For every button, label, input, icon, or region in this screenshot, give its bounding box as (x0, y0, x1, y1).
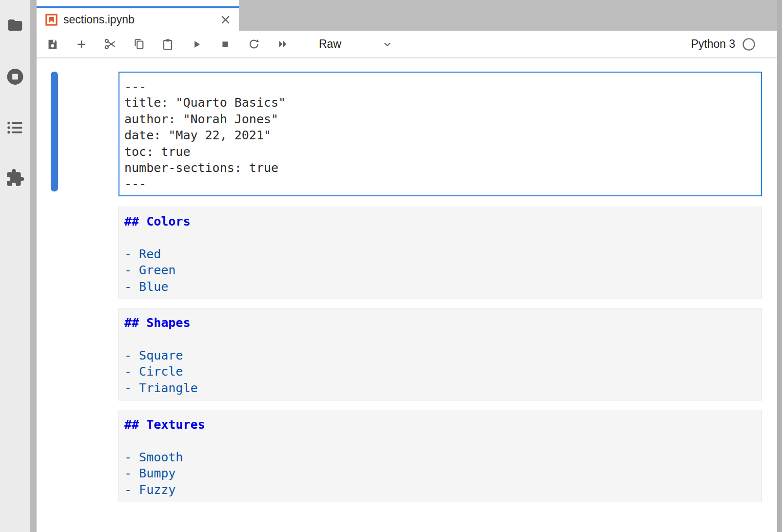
paste-cells-icon[interactable] (161, 38, 174, 51)
chevron-down-icon (381, 38, 393, 50)
code-line: number-sections: true (124, 160, 756, 176)
markdown-cell-colors[interactable]: ## Colors - Red - Green - Blue (118, 207, 762, 299)
active-tab-indicator (37, 6, 239, 8)
code-line: author: "Norah Jones" (124, 111, 756, 127)
tab-sections-ipynb[interactable]: sections.ipynb (37, 0, 239, 31)
code-line: --- (124, 176, 756, 192)
cut-cells-icon[interactable] (104, 38, 117, 51)
window-right-edge (777, 0, 782, 532)
kernel-indicator: Python 3 (691, 38, 756, 51)
markdown-heading: ## Shapes (124, 315, 756, 331)
markdown-list-item: - Fuzzy (124, 482, 756, 498)
sidebar-divider (30, 0, 37, 532)
insert-cell-icon[interactable] (75, 38, 88, 51)
restart-kernel-icon[interactable] (248, 38, 260, 51)
blank-line (124, 331, 756, 347)
save-button[interactable] (46, 38, 59, 51)
code-line: --- (124, 78, 756, 95)
blank-line (124, 229, 756, 246)
kernel-name[interactable]: Python 3 (691, 38, 735, 51)
notebook-content: --- title: "Quarto Basics" author: "Nora… (37, 58, 782, 532)
markdown-list-item: - Triangle (124, 380, 756, 396)
markdown-list-item: - Circle (124, 363, 756, 380)
activity-sidebar (0, 0, 30, 532)
extension-manager-icon[interactable] (5, 168, 25, 188)
main-area: sections.ipynb (37, 0, 782, 532)
code-line: toc: true (124, 144, 756, 160)
running-kernels-icon[interactable] (5, 67, 25, 87)
markdown-heading: ## Textures (124, 417, 756, 433)
jupyterlab-window: sections.ipynb (0, 0, 782, 532)
markdown-cell-shapes[interactable]: ## Shapes - Square - Circle - Triangle (118, 308, 762, 400)
table-of-contents-icon[interactable] (6, 118, 24, 137)
markdown-list-item: - Smooth (124, 449, 756, 465)
markdown-list-item: - Red (124, 246, 756, 262)
close-tab-icon[interactable] (219, 13, 232, 26)
markdown-heading: ## Colors (124, 213, 756, 229)
run-cell-icon[interactable] (190, 38, 203, 51)
active-cell-collapser[interactable] (51, 72, 58, 191)
cell-type-value: Raw (319, 38, 341, 51)
dock-tab-bar: sections.ipynb (37, 0, 782, 31)
copy-cells-icon[interactable] (133, 38, 145, 51)
code-line: date: "May 22, 2021" (124, 127, 756, 143)
tab-title: sections.ipynb (63, 13, 219, 26)
file-browser-icon[interactable] (6, 16, 24, 34)
markdown-list-item: - Square (124, 347, 756, 363)
interrupt-kernel-icon[interactable] (219, 38, 232, 51)
markdown-cell-textures[interactable]: ## Textures - Smooth - Bumpy - Fuzzy (118, 410, 762, 502)
markdown-list-item: - Bumpy (124, 465, 756, 481)
raw-cell-editor[interactable]: --- title: "Quarto Basics" author: "Nora… (118, 72, 762, 196)
markdown-list-item: - Blue (124, 279, 756, 295)
kernel-status-icon (742, 38, 756, 51)
blank-line (124, 433, 756, 449)
cell-type-dropdown[interactable]: Raw (319, 38, 393, 51)
restart-run-all-icon[interactable] (276, 38, 289, 51)
notebook-toolbar: Raw Python 3 (37, 31, 782, 58)
markdown-list-item: - Green (124, 262, 756, 278)
code-line: title: "Quarto Basics" (124, 95, 756, 111)
notebook-file-icon (45, 13, 58, 26)
